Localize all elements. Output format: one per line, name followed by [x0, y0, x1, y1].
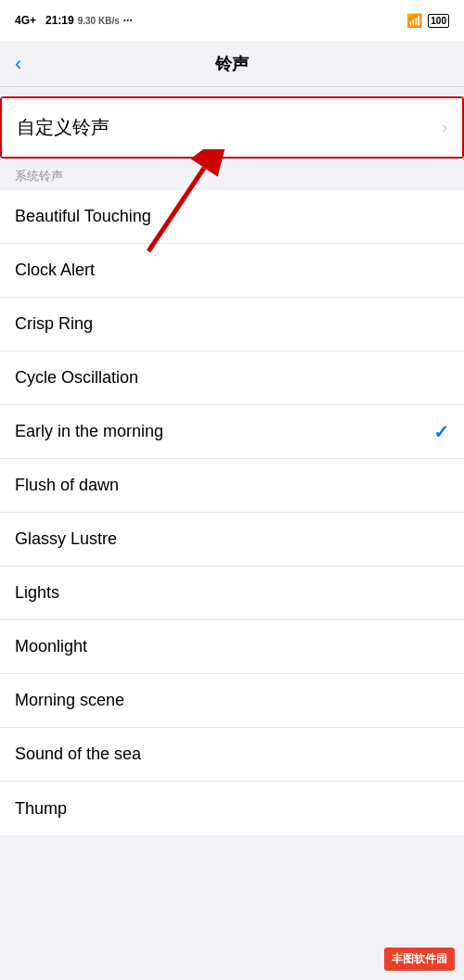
ringtone-item-sound-of-sea[interactable]: Sound of the sea: [0, 728, 464, 782]
ringtone-name: Glassy Lustre: [15, 529, 117, 549]
ringtone-item-early-morning[interactable]: Early in the morning ✓: [0, 405, 464, 459]
ringtone-item-flush-of-dawn[interactable]: Flush of dawn: [0, 459, 464, 513]
selected-checkmark: ✓: [433, 421, 449, 443]
ringtone-name: Morning scene: [15, 691, 124, 710]
dots-label: ···: [123, 14, 133, 27]
ringtone-item-moonlight[interactable]: Moonlight: [0, 620, 464, 674]
ringtone-name: Clock Alert: [15, 261, 95, 280]
ringtone-item-lights[interactable]: Lights: [0, 566, 464, 620]
carrier-label: 4G+: [15, 14, 36, 27]
ringtone-item-cycle-oscillation[interactable]: Cycle Oscillation: [0, 351, 464, 405]
ringtone-name: Early in the morning: [15, 422, 163, 441]
custom-ringtone-label: 自定义铃声: [17, 115, 110, 140]
status-bar: 4G+ 21:19 9.30 KB/s ··· 📶 100: [0, 0, 464, 41]
watermark: 丰图软件园: [384, 948, 455, 971]
svg-line-1: [148, 168, 204, 251]
ringtone-name: Cycle Oscillation: [15, 368, 138, 388]
status-left: 4G+ 21:19 9.30 KB/s ···: [15, 14, 133, 27]
ringtone-list: Beautiful Touching Clock Alert Crisp Rin…: [0, 190, 464, 835]
ringtone-name: Sound of the sea: [15, 745, 141, 764]
ringtone-item-crisp-ring[interactable]: Crisp Ring: [0, 298, 464, 351]
chevron-right-icon: ›: [442, 118, 447, 137]
time-label: 21:19: [45, 14, 74, 27]
wifi-icon: 📶: [406, 13, 422, 28]
ringtone-name: Moonlight: [15, 637, 87, 656]
ringtone-item-glassy-lustre[interactable]: Glassy Lustre: [0, 513, 464, 566]
ringtone-name: Lights: [15, 583, 59, 603]
battery-level: 100: [431, 16, 446, 26]
back-button[interactable]: ‹: [15, 52, 21, 76]
annotation-arrow: [93, 149, 278, 261]
page-title: 铃声: [215, 53, 249, 75]
custom-ringtone-row[interactable]: 自定义铃声 ›: [2, 98, 462, 157]
status-right: 📶 100: [406, 13, 449, 28]
battery-icon: 100: [428, 14, 449, 28]
nav-bar: ‹ 铃声: [0, 41, 464, 87]
ringtone-item-thump[interactable]: Thump: [0, 782, 464, 835]
ringtone-item-morning-scene[interactable]: Morning scene: [0, 674, 464, 728]
speed-label: 9.30 KB/s: [78, 16, 120, 26]
ringtone-name: Thump: [15, 799, 67, 819]
ringtone-name: Flush of dawn: [15, 476, 119, 495]
ringtone-name: Crisp Ring: [15, 314, 93, 334]
